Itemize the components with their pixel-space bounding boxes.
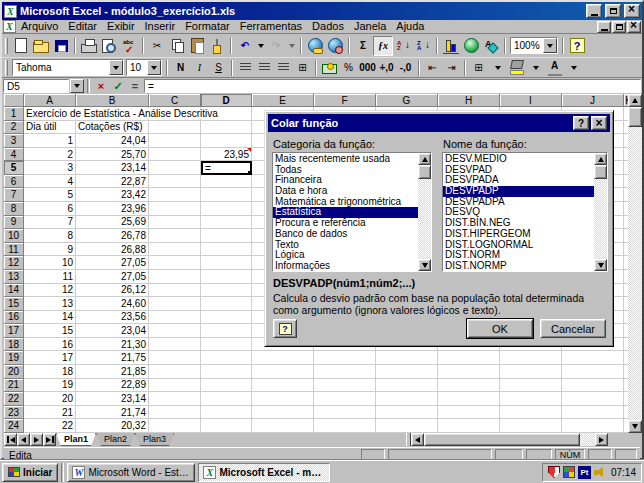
column-header-f[interactable]: F — [314, 94, 376, 107]
cell-i20[interactable] — [500, 365, 562, 379]
cell-b24[interactable]: 20,32 — [76, 419, 149, 433]
cell-d20[interactable] — [201, 365, 252, 379]
paste-button[interactable] — [187, 36, 207, 56]
cell-b17[interactable]: 23,04 — [76, 324, 149, 338]
drawing-button[interactable] — [481, 36, 501, 56]
format-painter-button[interactable] — [207, 36, 227, 56]
cell-h20[interactable] — [438, 365, 500, 379]
increase-decimal-button[interactable]: +,0 — [377, 59, 396, 77]
list-scroll-track[interactable] — [594, 179, 607, 259]
formula-input[interactable]: = — [144, 79, 641, 93]
row-header-2[interactable]: 2 — [4, 121, 24, 135]
category-estatistica[interactable]: Estatística — [273, 207, 418, 218]
horizontal-scroll-track[interactable] — [580, 433, 595, 446]
list-scroll-track[interactable] — [418, 179, 431, 259]
taskbar-button-excel[interactable]: Microsoft Excel - mód... — [198, 463, 330, 482]
cell-g19[interactable] — [376, 351, 438, 365]
list-scroll-down-button[interactable] — [418, 259, 431, 271]
dialog-title-bar[interactable]: Colar função — [268, 114, 610, 132]
cell-c2[interactable] — [149, 121, 201, 135]
cell-b23[interactable]: 21,74 — [76, 406, 149, 420]
keyboard-language-indicator[interactable]: Pt — [578, 466, 591, 479]
function-desv-medio[interactable]: DESV.MÉDIO — [443, 154, 594, 165]
cell-g22[interactable] — [376, 392, 438, 406]
cell-d6[interactable] — [201, 175, 252, 189]
cell-c10[interactable] — [149, 229, 201, 243]
cell-h24[interactable] — [438, 419, 500, 433]
cell-b6[interactable]: 22,87 — [76, 175, 149, 189]
row-header-6[interactable]: 6 — [4, 175, 24, 189]
cell-h19[interactable] — [438, 351, 500, 365]
italic-button[interactable]: I — [190, 59, 209, 77]
cell-c8[interactable] — [149, 202, 201, 216]
cell-a19[interactable]: 17 — [24, 351, 76, 365]
cell-c4[interactable] — [149, 148, 201, 162]
menu-formatar[interactable]: Formatar — [180, 20, 235, 33]
cell-a20[interactable]: 18 — [24, 365, 76, 379]
column-header-c[interactable]: C — [149, 94, 201, 107]
row-header-12[interactable]: 12 — [4, 256, 24, 270]
edit-formula-button[interactable]: = — [127, 79, 143, 93]
cell-c17[interactable] — [149, 324, 201, 338]
close-button[interactable] — [624, 4, 640, 18]
cell-g20[interactable] — [376, 365, 438, 379]
function-dist-hipergeom[interactable]: DIST.HIPERGEOM — [443, 229, 594, 240]
paste-function-button[interactable]: ƒx — [373, 36, 393, 56]
sheet-tab-plan1[interactable]: Plan1 — [56, 433, 96, 446]
toolbar-grip[interactable] — [5, 60, 8, 76]
spelling-button[interactable] — [119, 36, 139, 56]
function-dist-norm[interactable]: DIST.NORM — [443, 250, 594, 261]
sheet-tab-plan2[interactable]: Plan2 — [96, 433, 135, 446]
save-button[interactable] — [51, 36, 71, 56]
menu-ajuda[interactable]: Ajuda — [391, 20, 429, 33]
row-header-20[interactable]: 20 — [4, 365, 24, 379]
cell-a18[interactable]: 16 — [24, 338, 76, 352]
cell-b8[interactable]: 23,96 — [76, 202, 149, 216]
cell-d22[interactable] — [201, 392, 252, 406]
row-header-16[interactable]: 16 — [4, 311, 24, 325]
cell-e19[interactable] — [252, 351, 314, 365]
function-dist-normp[interactable]: DIST.NORMP — [443, 261, 594, 271]
cell-b13[interactable]: 27,05 — [76, 270, 149, 284]
cell-b9[interactable]: 25,69 — [76, 216, 149, 230]
cell-a7[interactable]: 5 — [24, 188, 76, 202]
antivirus-shield-icon[interactable] — [548, 466, 560, 478]
font-color-button[interactable]: A — [545, 59, 564, 77]
cell-f21[interactable] — [314, 379, 376, 393]
cell-e24[interactable] — [252, 419, 314, 433]
cell-a13[interactable]: 11 — [24, 270, 76, 284]
category-informacoes[interactable]: Informações — [273, 261, 418, 271]
cell-d11[interactable] — [201, 243, 252, 257]
redo-button[interactable]: ↷ — [266, 36, 286, 56]
row-header-17[interactable]: 17 — [4, 324, 24, 338]
taskbar-button-word[interactable]: Microsoft Word - Estatístic... — [67, 463, 195, 482]
category-mais-recentemente-usada[interactable]: Mais recentemente usada — [273, 154, 418, 165]
undo-button[interactable]: ↶ — [235, 36, 255, 56]
last-sheet-button[interactable] — [43, 433, 56, 446]
cell-b14[interactable]: 26,12 — [76, 284, 149, 298]
chart-wizard-button[interactable] — [441, 36, 461, 56]
row-header-23[interactable]: 23 — [4, 406, 24, 420]
cell-a12[interactable]: 10 — [24, 256, 76, 270]
name-box-dropdown[interactable] — [70, 79, 84, 93]
toolbar-grip[interactable] — [5, 38, 8, 54]
cell-b4[interactable]: 25,70 — [76, 148, 149, 162]
cell-b19[interactable]: 21,75 — [76, 351, 149, 365]
start-button[interactable]: Iniciar — [2, 463, 58, 482]
cell-e20[interactable] — [252, 365, 314, 379]
cell-b10[interactable]: 26,78 — [76, 229, 149, 243]
row-header-19[interactable]: 19 — [4, 351, 24, 365]
function-desvpadpa[interactable]: DESVPADPA — [443, 197, 594, 208]
doc-close-button[interactable] — [627, 21, 641, 33]
cell-h21[interactable] — [438, 379, 500, 393]
cell-h22[interactable] — [438, 392, 500, 406]
cell-b7[interactable]: 23,42 — [76, 188, 149, 202]
list-scroll-thumb[interactable] — [418, 165, 431, 179]
category-texto[interactable]: Texto — [273, 240, 418, 251]
new-button[interactable] — [11, 36, 31, 56]
menu-editar[interactable]: Editar — [63, 20, 102, 33]
row-header-24[interactable]: 24 — [4, 419, 24, 433]
menu-exibir[interactable]: Exibir — [102, 20, 140, 33]
list-scroll-down-button[interactable] — [594, 259, 607, 271]
cell-c12[interactable] — [149, 256, 201, 270]
